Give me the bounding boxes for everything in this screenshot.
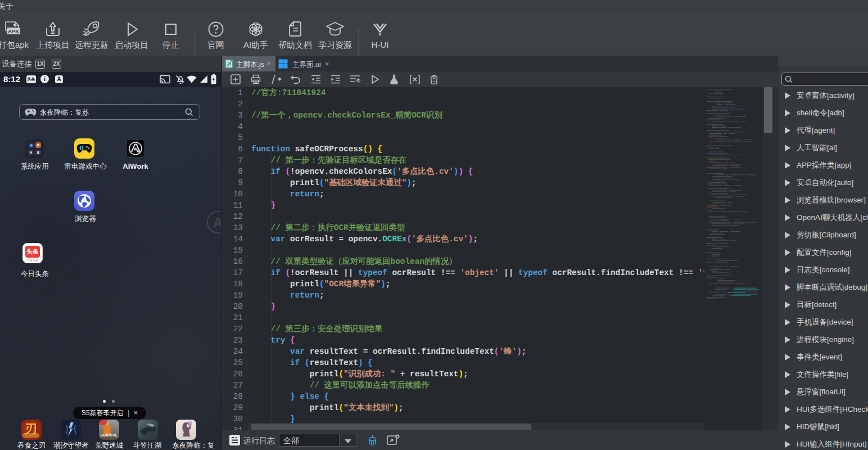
svg-text:APK: APK: [8, 28, 19, 34]
